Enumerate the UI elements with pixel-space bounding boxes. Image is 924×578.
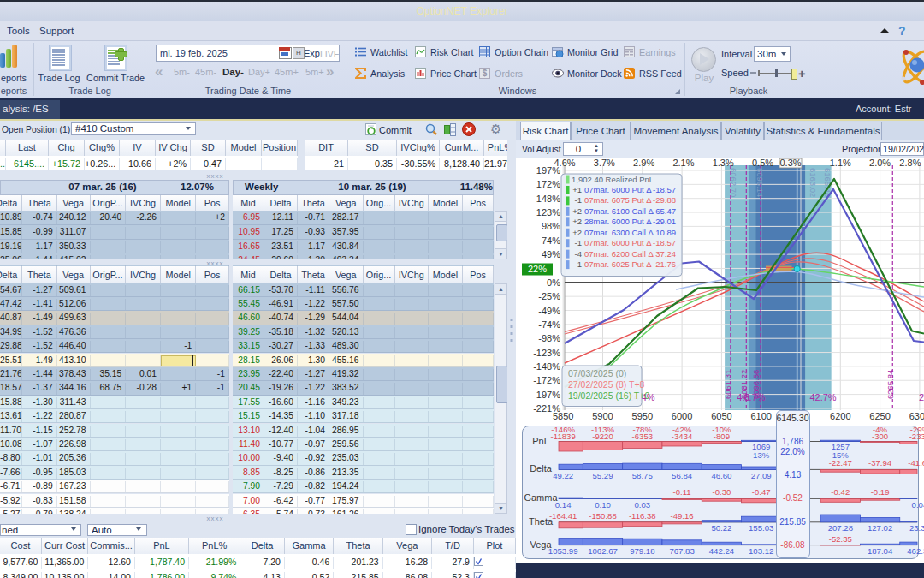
svg-text:37.24: 37.24 [655,249,676,259]
svg-text:2.0%: 2.0% [869,158,891,168]
svg-text:-49%: -49% [538,306,560,316]
svg-text:-0.11: -0.11 [673,487,691,497]
svg-text:+2: +2 [572,228,582,237]
svg-text:1.1%: 1.1% [830,158,851,168]
svg-text:6096.14: 6096.14 [755,168,765,197]
svg-text:6061.31: 6061.31 [723,370,732,399]
svg-text:-25%: -25% [538,291,560,301]
svg-text:5950: 5950 [632,411,653,421]
svg-text:$: $ [483,69,488,78]
svg-text:-98%: -98% [538,333,560,343]
svg-text:58.75: 58.75 [632,471,653,480]
svg-text:49%: 49% [542,249,560,259]
svg-text:28mar. 6000 Put Δ: 28mar. 6000 Put Δ [584,217,652,226]
svg-text:-3434: -3434 [672,432,693,441]
svg-text:442.24: 442.24 [709,546,735,556]
svg-text:979.18: 979.18 [630,546,654,556]
svg-text:-1: -1 [575,259,582,269]
svg-text:-41.60: -41.60 [908,458,924,468]
svg-text:-29.88: -29.88 [653,195,676,205]
svg-text:103.12: 103.12 [749,546,773,556]
svg-text:46.60: 46.60 [711,471,732,480]
svg-text:07mar. 6000 Put Δ: 07mar. 6000 Put Δ [584,185,652,194]
svg-text:0.04: 0.04 [912,500,924,509]
svg-text:-3.7%: -3.7% [590,158,615,168]
svg-text:-2337: -2337 [909,432,924,441]
svg-text:6300: 6300 [909,411,924,421]
svg-text:6265.84: 6265.84 [886,370,895,399]
svg-text:1062.67: 1062.67 [588,546,618,556]
svg-text:07mar. 6200 Call Δ: 07mar. 6200 Call Δ [584,249,654,259]
svg-text:-21.76: -21.76 [653,259,676,269]
svg-text:-29.01: -29.01 [653,217,676,226]
svg-text:1,902.40 Realized PnL: 1,902.40 Realized PnL [572,175,654,184]
svg-text:-116.38: -116.38 [629,511,656,521]
svg-text:155.03: 155.03 [749,523,773,533]
svg-text:6200: 6200 [830,411,850,421]
svg-text:0.10: 0.10 [595,500,611,509]
svg-text:-11839: -11839 [551,432,576,441]
svg-text:-197%: -197% [533,390,560,400]
svg-text:-22.47: -22.47 [829,458,852,468]
svg-text:-74%: -74% [538,319,560,330]
svg-text:07/03/2025 (0): 07/03/2025 (0) [568,368,626,378]
svg-text:07mar. 6000 Put Δ: 07mar. 6000 Put Δ [584,238,652,247]
svg-text:172%: 172% [536,179,560,189]
svg-text:6062.70: 6062.70 [729,168,738,197]
svg-text:127.02: 127.02 [868,523,892,533]
svg-text:-164.41: -164.41 [549,511,578,521]
svg-text:767.83: 767.83 [669,546,694,556]
svg-text:-0.5%: -0.5% [749,158,773,168]
svg-text:6000: 6000 [672,411,692,421]
svg-text:-123%: -123% [533,348,560,358]
svg-text:-37.94: -37.94 [868,458,892,468]
svg-text:-6353: -6353 [632,432,654,441]
svg-text:6163.02: 6163.02 [808,168,818,197]
svg-text:-2.1%: -2.1% [670,158,695,168]
svg-text:98%: 98% [542,221,560,231]
svg-text:-1: -1 [575,195,582,205]
svg-text:207.28: 207.28 [828,523,853,533]
svg-text:+2: +2 [572,217,582,226]
svg-text:6250: 6250 [869,411,890,421]
svg-text:-52.35: -52.35 [829,534,852,544]
svg-text:-4: -4 [575,249,582,259]
svg-text:-809: -809 [714,432,730,441]
svg-text:56.84: 56.84 [672,471,693,480]
svg-text:-0.47: -0.47 [752,487,771,497]
svg-text:PnL: PnL [532,436,549,446]
svg-text:2.8%: 2.8% [899,158,921,168]
svg-text:Delta: Delta [530,463,553,474]
svg-text:0.03: 0.03 [634,500,650,509]
svg-text:0%: 0% [547,277,560,288]
svg-text:2: 2 [919,392,924,402]
svg-text:27/02/2025 (8) T+8: 27/02/2025 (8) T+8 [568,379,645,390]
svg-text:65.47: 65.47 [655,206,676,216]
svg-text:0.14: 0.14 [555,500,572,509]
svg-text:5900: 5900 [592,411,613,421]
svg-text:23.30: 23.30 [909,523,924,533]
svg-text:-0.30: -0.30 [712,487,731,497]
svg-text:123%: 123% [536,207,560,217]
svg-text:-150.88: -150.88 [589,511,617,521]
svg-text:462.30: 462.30 [907,546,924,556]
svg-text:-148%: -148% [533,361,560,372]
svg-text:13%: 13% [753,450,770,460]
svg-text:Gamma: Gamma [524,492,558,503]
svg-text:07mar. 6100 Call Δ: 07mar. 6100 Call Δ [584,206,654,216]
svg-text:42.7%: 42.7% [809,392,836,402]
svg-text:27.09: 27.09 [751,471,772,480]
svg-text:-0.19: -0.19 [871,487,890,497]
svg-text:07mar. 6075 Put Δ: 07mar. 6075 Put Δ [584,195,652,205]
svg-text:1053.99: 1053.99 [548,546,578,556]
svg-text:-2.9%: -2.9% [630,158,654,168]
svg-text:19/02/2025 (16) T+0: 19/02/2025 (16) T+0 [568,390,649,401]
svg-text:10.89: 10.89 [655,228,676,237]
svg-text:-9220: -9220 [592,432,613,441]
svg-text:50.22: 50.22 [711,523,732,533]
svg-text:6100: 6100 [750,411,771,421]
svg-text:148%: 148% [536,194,560,204]
svg-text:-0.42: -0.42 [831,487,850,497]
svg-text:0.3%: 0.3% [779,158,801,168]
svg-text:55.29: 55.29 [592,471,613,480]
